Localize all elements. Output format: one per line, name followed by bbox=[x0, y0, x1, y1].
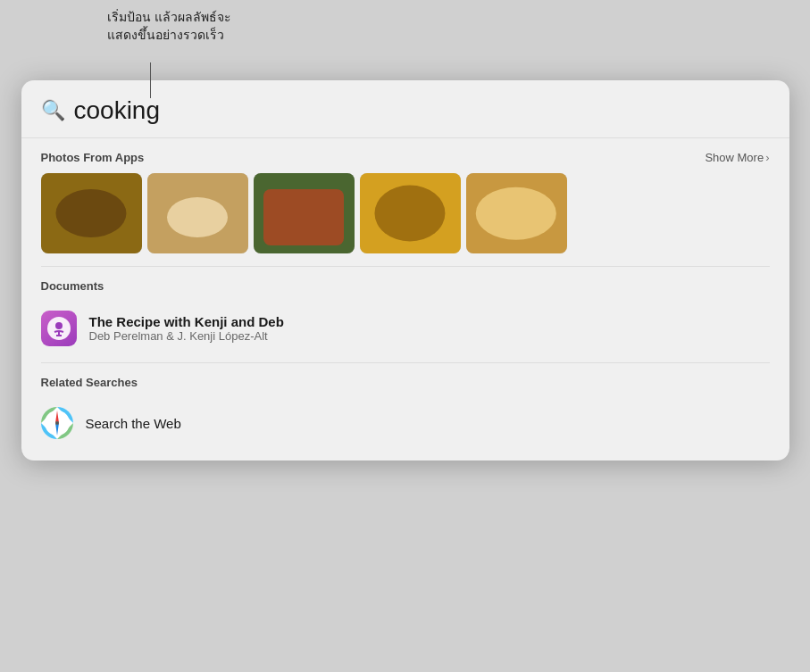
photo-thumb-2[interactable] bbox=[147, 173, 248, 253]
related-section-title: Related Searches bbox=[41, 376, 138, 389]
food-image-3 bbox=[254, 173, 355, 253]
related-section: Related Searches bbox=[21, 363, 789, 443]
food-image-2 bbox=[147, 173, 248, 253]
search-icon: 🔍 bbox=[41, 101, 65, 120]
safari-icon bbox=[41, 407, 73, 439]
related-section-header: Related Searches bbox=[41, 376, 770, 389]
photos-section-title: Photos From Apps bbox=[41, 151, 145, 164]
documents-section: Documents The Recipe with Kenji and Deb … bbox=[21, 267, 789, 350]
podcast-icon-svg bbox=[46, 316, 71, 341]
callout-text: เริ่มป้อน แล้วผลลัพธ์จะ แสดงขึ้นอย่างรวด… bbox=[107, 9, 231, 44]
related-label: Search the Web bbox=[86, 416, 181, 431]
callout-line bbox=[150, 62, 151, 98]
search-bar: 🔍 bbox=[21, 80, 789, 138]
document-text: The Recipe with Kenji and Deb Deb Perelm… bbox=[89, 314, 284, 343]
food-image-4 bbox=[360, 173, 461, 253]
photo-thumb-4[interactable] bbox=[360, 173, 461, 253]
svg-point-1 bbox=[55, 322, 63, 329]
photo-thumb-1[interactable] bbox=[41, 173, 142, 253]
document-subtitle: Deb Perelman & J. Kenji López-Alt bbox=[89, 329, 284, 343]
photo-thumb-5[interactable] bbox=[466, 173, 567, 253]
food-image-5 bbox=[466, 173, 567, 253]
food-image-1 bbox=[41, 173, 142, 253]
chevron-right-icon: › bbox=[765, 151, 769, 164]
documents-section-title: Documents bbox=[41, 279, 104, 293]
photo-thumb-3[interactable] bbox=[254, 173, 355, 253]
document-item-1[interactable]: The Recipe with Kenji and Deb Deb Perelm… bbox=[41, 302, 770, 350]
document-title: The Recipe with Kenji and Deb bbox=[89, 314, 284, 329]
search-input[interactable] bbox=[74, 96, 770, 125]
documents-section-header: Documents bbox=[41, 279, 770, 293]
search-panel: 🔍 Photos From Apps Show More › bbox=[21, 80, 789, 460]
podcast-icon bbox=[41, 311, 77, 346]
related-item-1[interactable]: Search the Web bbox=[41, 398, 770, 443]
show-more-button[interactable]: Show More › bbox=[705, 151, 769, 164]
photos-row bbox=[41, 173, 770, 253]
photos-section-header: Photos From Apps Show More › bbox=[41, 151, 770, 164]
photos-section: Photos From Apps Show More › bbox=[21, 138, 789, 253]
svg-point-9 bbox=[55, 421, 59, 425]
